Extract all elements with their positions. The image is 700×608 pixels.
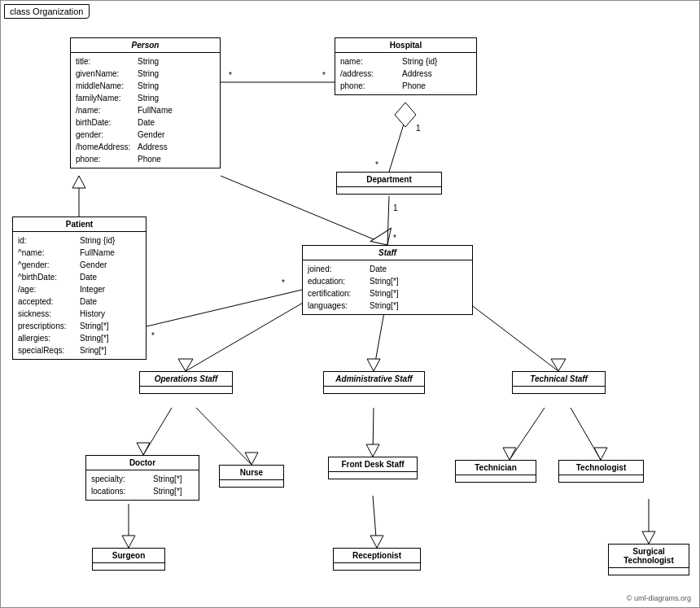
class-department-header: Department xyxy=(337,173,441,187)
attr-type: FullName xyxy=(80,247,115,259)
class-operations_staff-body xyxy=(140,387,232,393)
class-technologist-header: Technologist xyxy=(559,461,643,475)
svg-line-35 xyxy=(373,496,377,548)
class-receptionist-body xyxy=(334,563,420,570)
attr-type: Sring[*] xyxy=(80,344,107,356)
attr-row: title:String xyxy=(76,55,215,68)
class-technologist: Technologist xyxy=(558,460,644,483)
class-doctor-header: Doctor xyxy=(86,456,199,470)
attr-type: Address xyxy=(402,68,432,80)
attr-row: specialReqs:Sring[*] xyxy=(18,344,141,356)
svg-line-31 xyxy=(571,408,601,460)
class-technician-header: Technician xyxy=(456,461,536,475)
svg-text:1: 1 xyxy=(393,203,398,212)
attr-type: String {id} xyxy=(80,234,115,247)
svg-marker-38 xyxy=(642,531,655,544)
class-operations_staff-header: Operations Staff xyxy=(140,372,232,387)
attr-type: String[*] xyxy=(370,287,399,300)
attr-row: middleName:String xyxy=(76,80,215,92)
attr-type: Date xyxy=(370,263,387,275)
attr-row: /address:Address xyxy=(340,68,471,80)
copyright-text: © uml-diagrams.org xyxy=(627,594,691,602)
class-front_desk_staff-body xyxy=(329,472,417,479)
class-surgeon-body xyxy=(93,563,164,570)
attr-name: givenName: xyxy=(76,68,133,80)
attr-row: /name:FullName xyxy=(76,104,215,116)
svg-text:*: * xyxy=(322,71,326,80)
class-nurse: Nurse xyxy=(219,465,284,488)
class-front_desk_staff-header: Front Desk Staff xyxy=(329,457,417,472)
svg-line-11 xyxy=(147,290,302,326)
attr-type: String {id} xyxy=(402,55,437,68)
attr-row: joined:Date xyxy=(308,263,467,275)
attr-row: sickness:History xyxy=(18,308,141,320)
attr-row: certification:String[*] xyxy=(308,287,467,300)
attr-row: gender:Gender xyxy=(76,129,215,141)
attr-name: specialty: xyxy=(91,473,148,485)
class-technical_staff-header: Technical Staff xyxy=(513,372,605,387)
attr-name: education: xyxy=(308,275,365,287)
attr-row: languages:String[*] xyxy=(308,300,467,312)
class-person: Persontitle:StringgivenName:Stringmiddle… xyxy=(70,37,221,168)
class-person-body: title:StringgivenName:StringmiddleName:S… xyxy=(71,53,220,168)
svg-line-3 xyxy=(389,119,405,172)
attr-row: ^gender:Gender xyxy=(18,259,141,271)
svg-marker-22 xyxy=(551,359,566,371)
attr-name: phone: xyxy=(76,153,133,165)
attr-name: name: xyxy=(340,55,397,68)
attr-type: Gender xyxy=(138,129,164,141)
svg-marker-28 xyxy=(366,444,379,457)
attr-type: String xyxy=(138,55,159,68)
attr-type: Address xyxy=(138,141,168,153)
attr-row: education:String[*] xyxy=(308,275,467,287)
attr-type: Date xyxy=(80,295,97,308)
class-patient-body: id:String {id}^name:FullName^gender:Gend… xyxy=(13,232,146,359)
class-administrative_staff-body xyxy=(324,387,424,393)
attr-name: birthDate: xyxy=(76,116,133,129)
attr-row: phone:Phone xyxy=(340,80,471,92)
attr-type: String xyxy=(138,92,159,104)
class-technologist-body xyxy=(559,475,643,482)
attr-type: String[*] xyxy=(153,485,182,497)
svg-line-14 xyxy=(387,196,389,245)
svg-line-27 xyxy=(373,408,374,457)
attr-name: specialReqs: xyxy=(18,344,75,356)
svg-marker-32 xyxy=(594,448,607,460)
class-staff: Staffjoined:Dateeducation:String[*]certi… xyxy=(302,245,473,315)
attr-name: /name: xyxy=(76,104,133,116)
attr-row: prescriptions:String[*] xyxy=(18,320,141,332)
attr-type: Integer xyxy=(80,283,105,295)
svg-text:*: * xyxy=(393,234,396,243)
attr-name: certification: xyxy=(308,287,365,300)
attr-row: /age:Integer xyxy=(18,283,141,295)
class-surgical_technologist-body xyxy=(609,568,689,575)
class-hospital-header: Hospital xyxy=(335,38,476,53)
svg-marker-34 xyxy=(122,536,135,548)
class-technical_staff: Technical Staff xyxy=(512,371,606,394)
class-person-header: Person xyxy=(71,38,220,53)
svg-line-23 xyxy=(143,408,172,455)
attr-name: languages: xyxy=(308,300,365,312)
attr-type: String[*] xyxy=(370,300,399,312)
svg-marker-26 xyxy=(245,453,258,465)
svg-text:*: * xyxy=(375,160,378,169)
svg-marker-30 xyxy=(503,448,516,460)
svg-line-17 xyxy=(186,294,318,371)
svg-text:*: * xyxy=(229,71,232,80)
svg-text:*: * xyxy=(151,331,155,340)
attr-name: familyName: xyxy=(76,92,133,104)
attr-name: accepted: xyxy=(18,295,75,308)
attr-type: FullName xyxy=(138,104,173,116)
class-staff-header: Staff xyxy=(303,246,472,260)
attr-name: phone: xyxy=(340,80,397,92)
attr-name: ^name: xyxy=(18,247,75,259)
attr-row: name:String {id} xyxy=(340,55,471,68)
attr-type: Phone xyxy=(138,153,161,165)
svg-line-29 xyxy=(510,408,545,460)
class-technician: Technician xyxy=(455,460,536,483)
class-department: Department xyxy=(336,172,442,195)
attr-name: prescriptions: xyxy=(18,320,75,332)
class-department-body xyxy=(337,187,441,194)
svg-marker-18 xyxy=(178,359,193,371)
attr-row: /homeAddress:Address xyxy=(76,141,215,153)
